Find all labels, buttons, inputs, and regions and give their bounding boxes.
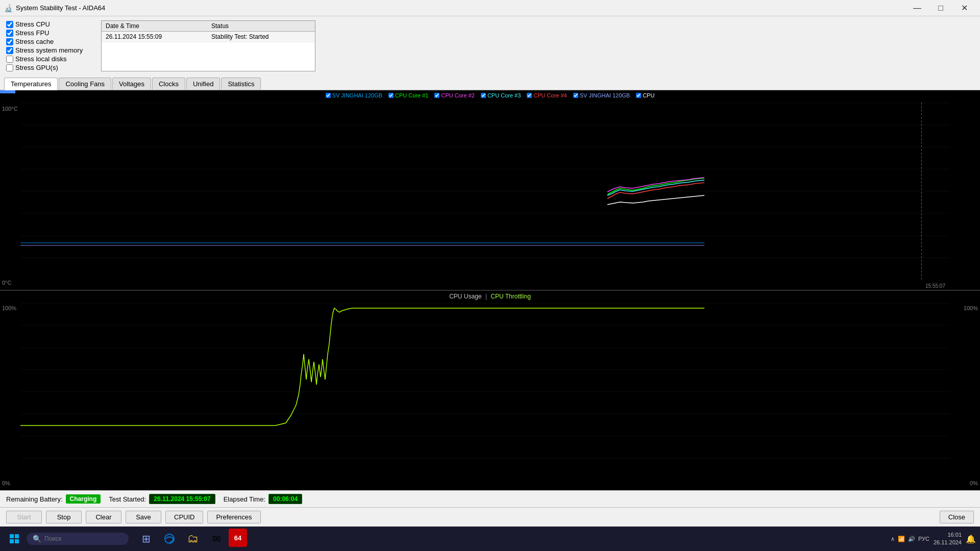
window-controls: — □ ✕ <box>905 0 976 16</box>
legend-core2: CPU Core #2 <box>434 92 474 98</box>
clear-button[interactable]: Clear <box>86 511 121 523</box>
taskbar-search[interactable]: 🔍 <box>27 533 129 545</box>
checkbox-panel: Stress CPU Stress FPU Stress cache Stres… <box>6 20 93 71</box>
legend-core4-checkbox[interactable] <box>527 93 532 98</box>
taskview-button[interactable]: ⊞ <box>135 529 157 549</box>
aida64-button[interactable]: 64 <box>229 529 247 547</box>
stress-cpu-checkbox[interactable] <box>6 21 13 28</box>
stop-button[interactable]: Stop <box>46 511 82 523</box>
stress-disks-checkbox[interactable] <box>6 56 13 63</box>
legend-core2-checkbox[interactable] <box>434 93 439 98</box>
row-datetime: 26.11.2024 15:55:09 <box>102 32 207 42</box>
cpu-chart-svg <box>20 303 949 480</box>
status-bar: Remaining Battery: Charging Test Started… <box>0 490 980 507</box>
svg-rect-17 <box>10 539 14 543</box>
network-icon: 📶 <box>898 536 905 542</box>
tab-voltages[interactable]: Voltages <box>112 78 151 90</box>
stress-memory-checkbox[interactable] <box>6 47 13 54</box>
cpuid-button[interactable]: CPUID <box>165 511 203 523</box>
taskbar-right: ∧ 📶 🔊 РУС 16:01 26.11.2024 🔔 <box>891 531 976 547</box>
cpu-throttling-label: CPU Throttling <box>491 293 530 300</box>
edge-button[interactable] <box>158 529 181 549</box>
preferences-button[interactable]: Preferences <box>207 511 260 523</box>
legend-core1-checkbox[interactable] <box>388 93 394 98</box>
tab-temperatures[interactable]: Temperatures <box>4 78 58 90</box>
stress-cache-checkbox[interactable] <box>6 38 13 45</box>
battery-value: Charging <box>66 494 101 504</box>
legend-cpu-checkbox[interactable] <box>636 93 641 98</box>
temp-y-top: 100°C <box>2 106 18 112</box>
stress-gpu-checkbox[interactable] <box>6 64 13 71</box>
stress-fpu-item: Stress FPU <box>6 29 93 37</box>
maximize-button[interactable]: □ <box>929 0 952 16</box>
legend-core4-label: CPU Core #4 <box>533 92 567 98</box>
stress-cpu-item: Stress CPU <box>6 20 93 28</box>
system-tray: ∧ 📶 🔊 РУС <box>891 536 929 542</box>
button-bar: Start Stop Clear Save CPUID Preferences … <box>0 507 980 527</box>
search-icon: 🔍 <box>33 535 41 543</box>
legend-jinghai1-checkbox[interactable] <box>326 93 331 98</box>
svg-rect-16 <box>15 534 19 538</box>
title-text: System Stability Test - AIDA64 <box>16 4 105 12</box>
stress-fpu-checkbox[interactable] <box>6 30 13 37</box>
clock-date: 26.11.2024 <box>934 539 962 546</box>
legend-cpu-label: CPU <box>643 92 654 98</box>
title-bar: 🔬 System Stability Test - AIDA64 — □ ✕ <box>0 0 980 16</box>
legend-core3-label: CPU Core #3 <box>487 92 521 98</box>
search-input[interactable] <box>44 535 116 542</box>
stress-gpu-label: Stress GPU(s) <box>15 64 58 71</box>
close-window-button[interactable]: ✕ <box>952 0 976 16</box>
start-menu-button[interactable] <box>4 529 24 549</box>
cpu-divider: | <box>485 293 488 300</box>
taskbar: 🔍 ⊞ 🗂 ✉ 64 ∧ 📶 🔊 РУС 16:01 26.11.2024 🔔 <box>0 527 980 551</box>
tab-unified[interactable]: Unified <box>186 78 220 90</box>
row-status: Stability Test: Started <box>207 32 315 42</box>
temp-chart-svg: 60°C 55 56 35 35 <box>20 103 949 280</box>
stress-memory-item: Stress system memory <box>6 46 93 54</box>
legend-jinghai1: SV JINGHAI 120GB <box>326 92 382 98</box>
top-area: Stress CPU Stress FPU Stress cache Stres… <box>0 16 980 76</box>
legend-cpu: CPU <box>636 92 654 98</box>
svg-rect-18 <box>15 539 19 543</box>
cpu-chart-title: CPU Usage | CPU Throttling <box>0 293 980 300</box>
temp-chart-legend: SV JINGHAI 120GB CPU Core #1 CPU Core #2… <box>0 92 980 98</box>
taskbar-clock: 16:01 26.11.2024 <box>934 531 962 547</box>
cpu-y-right-bottom: 0% <box>970 480 978 486</box>
tab-clocks[interactable]: Clocks <box>152 78 185 90</box>
minimize-button[interactable]: — <box>905 0 929 16</box>
save-button[interactable]: Save <box>126 511 161 523</box>
svg-rect-3 <box>20 103 949 280</box>
test-started-status: Test Started: 26.11.2024 15:55:07 <box>109 494 215 504</box>
notification-icon[interactable]: 🔔 <box>966 534 976 544</box>
col-datetime: Date & Time <box>102 21 207 32</box>
temp-time-label: 15:55:07 <box>925 283 945 289</box>
explorer-button[interactable]: 🗂 <box>182 529 204 549</box>
tab-bar: Temperatures Cooling Fans Voltages Clock… <box>0 76 980 90</box>
tab-statistics[interactable]: Statistics <box>221 78 261 90</box>
col-status: Status <box>207 21 315 32</box>
temp-y-bottom: 0°C <box>2 280 11 286</box>
test-started-label: Test Started: <box>109 495 146 503</box>
charts-container: SV JINGHAI 120GB CPU Core #1 CPU Core #2… <box>0 90 980 490</box>
legend-jinghai2-label: SV JINGHAI 120GB <box>580 92 630 98</box>
legend-core3-checkbox[interactable] <box>481 93 486 98</box>
language-indicator: РУС <box>918 536 929 542</box>
elapsed-value: 00:06:04 <box>268 494 302 504</box>
mail-button[interactable]: ✉ <box>205 529 228 549</box>
legend-core3: CPU Core #3 <box>481 92 521 98</box>
app-icon: 🔬 <box>4 4 13 12</box>
legend-core4: CPU Core #4 <box>527 92 567 98</box>
legend-jinghai2-checkbox[interactable] <box>573 93 578 98</box>
app-body: Stress CPU Stress FPU Stress cache Stres… <box>0 16 980 527</box>
tab-cooling-fans[interactable]: Cooling Fans <box>59 78 111 90</box>
stress-cache-item: Stress cache <box>6 38 93 45</box>
clock-time: 16:01 <box>934 531 962 539</box>
close-button[interactable]: Close <box>940 511 974 523</box>
svg-rect-15 <box>10 534 14 538</box>
cpu-usage-label: CPU Usage <box>449 293 481 300</box>
legend-jinghai2: SV JINGHAI 120GB <box>573 92 630 98</box>
stress-gpu-item: Stress GPU(s) <box>6 64 93 71</box>
temperature-chart: SV JINGHAI 120GB CPU Core #1 CPU Core #2… <box>0 90 980 291</box>
tray-expand-icon[interactable]: ∧ <box>891 536 895 542</box>
start-button[interactable]: Start <box>6 511 42 523</box>
